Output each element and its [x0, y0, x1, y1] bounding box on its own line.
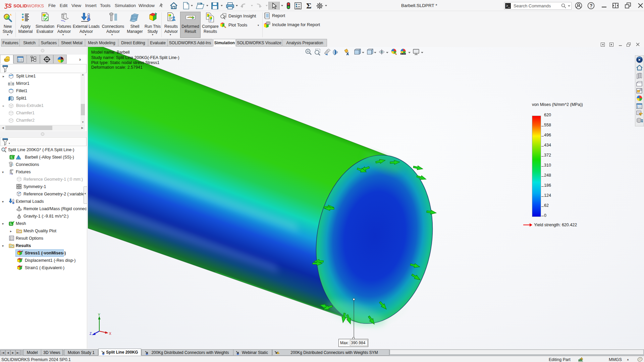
svg-text:?: ?: [210, 19, 212, 22]
svg-text:ƷS: ƷS: [4, 3, 12, 9]
svg-text:u: u: [21, 257, 23, 260]
svg-text:X: X: [109, 332, 111, 336]
svg-text:σ: σ: [21, 250, 23, 252]
svg-text:Z: Z: [90, 332, 92, 336]
svg-text:Y: Y: [98, 313, 100, 317]
svg-text:?: ?: [590, 3, 593, 8]
svg-text:A: A: [346, 52, 349, 56]
svg-text:Σ: Σ: [306, 2, 312, 10]
svg-text:SOLIDWORKS: SOLIDWORKS: [13, 3, 44, 8]
svg-text:ε: ε: [21, 265, 23, 267]
